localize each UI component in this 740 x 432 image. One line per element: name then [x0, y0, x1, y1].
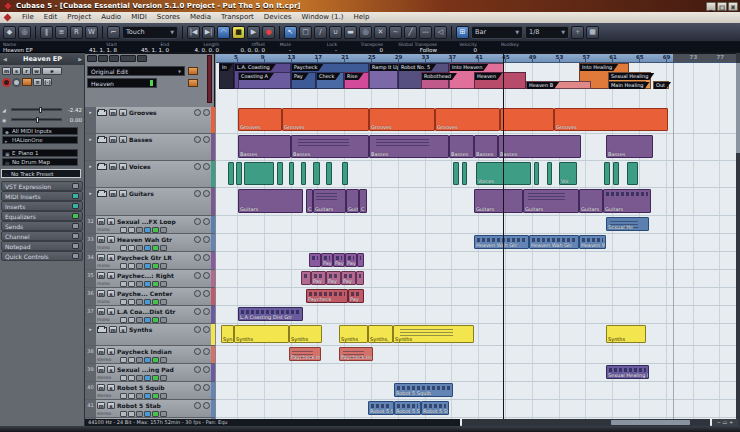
- track-monitor-icon[interactable]: [203, 348, 210, 355]
- monitor-button[interactable]: [12, 78, 21, 87]
- next-track-icon[interactable]: ▶: [78, 53, 82, 65]
- transpose-lock-button[interactable]: (·): [43, 78, 52, 86]
- write-mini-icon[interactable]: [128, 393, 135, 399]
- track-monitor-icon[interactable]: [203, 272, 210, 279]
- edit-mini-icon[interactable]: [136, 245, 143, 251]
- timebase-icon[interactable]: [22, 78, 32, 86]
- track-record-icon[interactable]: [194, 218, 201, 225]
- folder-expand-icon[interactable]: ▸: [85, 188, 96, 215]
- read-mini-icon[interactable]: [120, 393, 127, 399]
- edit-mini-icon[interactable]: [136, 281, 143, 287]
- mute-button[interactable]: m: [2, 67, 11, 75]
- track-robot-5-squib[interactable]: 40msRobot 5 Squibstereo: [85, 382, 215, 400]
- quantize-select[interactable]: 1/8▼: [525, 26, 569, 39]
- clip[interactable]: Guitars: [238, 189, 303, 213]
- horizontal-scrollbar[interactable]: [462, 419, 710, 426]
- inspector-section-equalizers[interactable]: Equalizers: [1, 211, 83, 221]
- arranger-part[interactable]: Heaven: [474, 72, 526, 89]
- stop-icon[interactable]: ■: [232, 26, 245, 39]
- eq-state-icon[interactable]: [152, 281, 159, 287]
- arranger-tool-4[interactable]: [137, 55, 147, 62]
- clip[interactable]: Synths: [234, 325, 289, 343]
- titlebar[interactable]: Cubase 5 - [Cubase Essential Version 5.1…: [0, 0, 740, 12]
- track-monitor-icon[interactable]: [203, 254, 210, 261]
- track-solo-button[interactable]: s: [107, 384, 115, 391]
- zoom-slider[interactable]: − ▭ +: [712, 419, 738, 426]
- menu-midi[interactable]: MIDI: [126, 13, 152, 21]
- inspector-section-inserts[interactable]: Inserts: [1, 201, 83, 211]
- clip[interactable]: Basses: [606, 135, 653, 158]
- inspector-section-quick-controls[interactable]: Quick Controls: [1, 251, 83, 261]
- clip[interactable]: Basses: [449, 135, 474, 158]
- track-basses[interactable]: ▸msBasses: [85, 134, 215, 161]
- arranger-part[interactable]: Pay: [291, 72, 316, 89]
- clip[interactable]: Sexual He: [606, 217, 649, 231]
- eq-state-icon[interactable]: [152, 393, 159, 399]
- track-record-icon[interactable]: [194, 290, 201, 297]
- arranger-mode-button[interactable]: [120, 55, 136, 62]
- audition-tool-icon[interactable]: ◁: [434, 26, 447, 39]
- write-mini-icon[interactable]: [128, 227, 135, 233]
- eq-state-icon[interactable]: [152, 317, 159, 323]
- track-monitor-icon[interactable]: [203, 290, 210, 297]
- vertical-scrollbar[interactable]: [736, 53, 740, 426]
- read-mini-icon[interactable]: [120, 411, 127, 417]
- record-icon[interactable]: ●: [262, 26, 275, 39]
- arranger-edit-icon[interactable]: [188, 79, 198, 87]
- clip[interactable]: [342, 162, 348, 185]
- arranger-part[interactable]: In: [219, 63, 234, 89]
- track-solo-button[interactable]: s: [107, 218, 115, 225]
- clip[interactable]: Guitars: [523, 189, 579, 213]
- clip[interactable]: [313, 162, 320, 185]
- clip[interactable]: [547, 162, 552, 185]
- track-mute-button[interactable]: m: [109, 326, 117, 333]
- range-tool-icon[interactable]: □: [299, 26, 312, 39]
- clip[interactable]: Heaven W: [579, 235, 606, 249]
- arranger-part[interactable]: Rise: [344, 72, 369, 89]
- menu-help[interactable]: Help: [348, 13, 374, 21]
- edit-channel-button[interactable]: e: [42, 67, 62, 75]
- folder-expand-icon[interactable]: ▸: [85, 324, 96, 345]
- read-mini-icon[interactable]: [120, 317, 127, 323]
- clip[interactable]: Pay: [311, 271, 326, 285]
- arranger-part[interactable]: Ramp It Up: [369, 63, 398, 89]
- eq-state-icon[interactable]: [152, 299, 159, 305]
- menu-project[interactable]: Project: [62, 13, 96, 21]
- clip[interactable]: Pay: [345, 253, 357, 267]
- write-mini-icon[interactable]: [128, 245, 135, 251]
- inserts-state-icon[interactable]: [144, 357, 151, 363]
- menu-file[interactable]: File: [17, 13, 39, 21]
- track-mute-button[interactable]: m: [97, 236, 105, 243]
- arranger-tool-1[interactable]: [87, 55, 97, 62]
- inserts-state-icon[interactable]: [144, 317, 151, 323]
- track-solo-button[interactable]: s: [107, 236, 115, 243]
- track-monitor-icon[interactable]: [203, 163, 210, 170]
- clip[interactable]: [326, 162, 332, 185]
- clip[interactable]: C: [306, 189, 313, 213]
- track-monitor-icon[interactable]: [203, 402, 210, 409]
- inserts-state-icon[interactable]: [144, 375, 151, 381]
- read-mini-icon[interactable]: [120, 375, 127, 381]
- clip[interactable]: Pay: [348, 289, 364, 303]
- track-solo-button[interactable]: s: [107, 254, 115, 261]
- track-mute-button[interactable]: m: [97, 254, 105, 261]
- track-monitor-icon[interactable]: [203, 218, 210, 225]
- clip[interactable]: Basses: [291, 135, 369, 158]
- track-payche-center[interactable]: 36msPayche... Centermono: [85, 288, 215, 306]
- setup-button[interactable]: ◎: [18, 26, 31, 39]
- track-voices[interactable]: ▸msVoices: [85, 161, 215, 188]
- edit-mini-icon[interactable]: [136, 375, 143, 381]
- track-preset-select[interactable]: ◌ No Track Preset: [1, 169, 81, 178]
- folder-expand-icon[interactable]: ▸: [85, 134, 96, 160]
- track-record-icon[interactable]: [194, 254, 201, 261]
- clip[interactable]: [462, 162, 467, 185]
- track-record-icon[interactable]: [194, 326, 201, 333]
- clip[interactable]: Grooves: [554, 108, 668, 131]
- constrain-delay-icon[interactable]: ‖: [40, 26, 53, 39]
- track-record-icon[interactable]: [194, 366, 201, 373]
- record-enable-button[interactable]: [2, 78, 11, 87]
- solo-button[interactable]: s: [12, 67, 21, 75]
- clip[interactable]: C: [359, 189, 367, 213]
- sends-state-icon[interactable]: [160, 281, 167, 287]
- track-sexual-fx-loop[interactable]: 32msSexual ...FX Loopmono: [85, 216, 215, 234]
